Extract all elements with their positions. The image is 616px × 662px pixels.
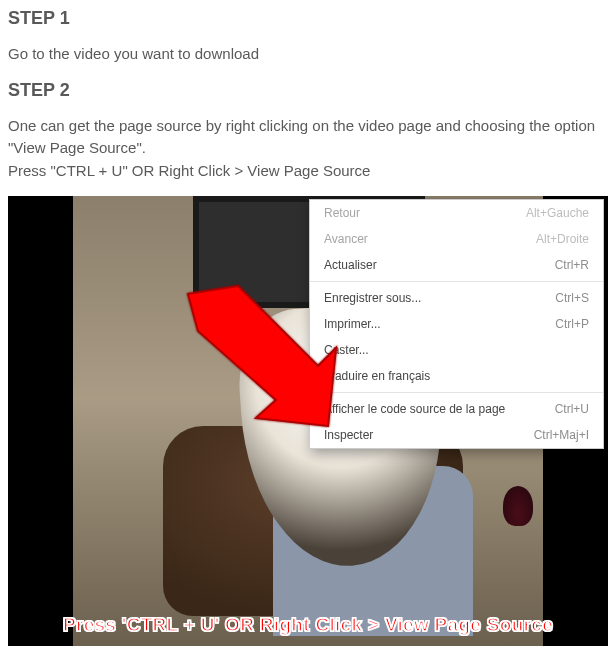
context-menu-item-label: Enregistrer sous...: [324, 289, 421, 307]
browser-context-menu[interactable]: RetourAlt+GaucheAvancerAlt+DroiteActuali…: [309, 199, 604, 449]
context-menu-item[interactable]: Afficher le code source de la pageCtrl+U: [310, 396, 603, 422]
context-menu-item[interactable]: Caster...: [310, 337, 603, 363]
context-menu-item-label: Afficher le code source de la page: [324, 400, 505, 418]
context-menu-item[interactable]: Traduire en français: [310, 363, 603, 389]
context-menu-item-shortcut: Ctrl+U: [555, 400, 589, 418]
context-menu-item-shortcut: Ctrl+P: [555, 315, 589, 333]
context-menu-item-label: Caster...: [324, 341, 369, 359]
context-menu-item-label: Imprimer...: [324, 315, 381, 333]
context-menu-item-label: Traduire en français: [324, 367, 430, 385]
instruction-screenshot: RetourAlt+GaucheAvancerAlt+DroiteActuali…: [8, 196, 608, 646]
context-menu-item-shortcut: Alt+Gauche: [526, 204, 589, 222]
context-menu-item-label: Retour: [324, 204, 360, 222]
context-menu-item-label: Avancer: [324, 230, 368, 248]
context-menu-item[interactable]: Imprimer...Ctrl+P: [310, 311, 603, 337]
screenshot-caption: Press 'CTRL + U' OR Right Click > View P…: [8, 614, 608, 636]
context-menu-item-shortcut: Ctrl+S: [555, 289, 589, 307]
step1-text: Go to the video you want to download: [8, 43, 608, 66]
wine-glass: [503, 486, 533, 526]
step2-heading: STEP 2: [8, 80, 608, 101]
step2-text-line1: One can get the page source by right cli…: [8, 117, 595, 157]
context-menu-item-shortcut: Ctrl+Maj+I: [534, 426, 589, 444]
context-menu-item[interactable]: Enregistrer sous...Ctrl+S: [310, 285, 603, 311]
step2-text-line2: Press "CTRL + U" OR Right Click > View P…: [8, 162, 370, 179]
context-menu-item: AvancerAlt+Droite: [310, 226, 603, 252]
context-menu-item-label: Inspecter: [324, 426, 373, 444]
step2-text: One can get the page source by right cli…: [8, 115, 608, 183]
context-menu-item-label: Actualiser: [324, 256, 377, 274]
context-menu-item: RetourAlt+Gauche: [310, 200, 603, 226]
step1-heading: STEP 1: [8, 8, 608, 29]
context-menu-item[interactable]: ActualiserCtrl+R: [310, 252, 603, 278]
context-menu-item-shortcut: Alt+Droite: [536, 230, 589, 248]
context-menu-item[interactable]: InspecterCtrl+Maj+I: [310, 422, 603, 448]
context-menu-item-shortcut: Ctrl+R: [555, 256, 589, 274]
